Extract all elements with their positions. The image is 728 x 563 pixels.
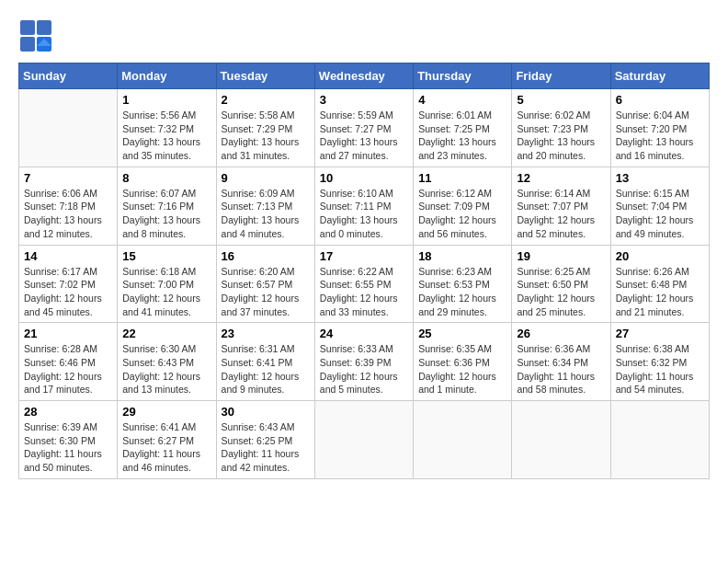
day-info: Sunrise: 6:35 AM Sunset: 6:36 PM Dayligh… — [418, 342, 506, 396]
day-number: 1 — [122, 93, 210, 107]
day-number: 3 — [320, 93, 408, 107]
day-cell: 11Sunrise: 6:12 AM Sunset: 7:09 PM Dayli… — [414, 167, 512, 245]
day-cell: 26Sunrise: 6:36 AM Sunset: 6:34 PM Dayli… — [512, 323, 610, 401]
day-info: Sunrise: 6:31 AM Sunset: 6:41 PM Dayligh… — [222, 342, 310, 396]
page-header — [18, 18, 710, 53]
day-number: 7 — [24, 171, 112, 185]
day-number: 21 — [24, 327, 112, 340]
day-cell: 9Sunrise: 6:09 AM Sunset: 7:13 PM Daylig… — [216, 167, 314, 245]
day-number: 23 — [222, 327, 310, 340]
day-number: 15 — [122, 249, 210, 263]
day-cell: 16Sunrise: 6:20 AM Sunset: 6:57 PM Dayli… — [216, 245, 314, 323]
day-info: Sunrise: 5:59 AM Sunset: 7:27 PM Dayligh… — [320, 109, 408, 163]
day-number: 27 — [616, 327, 704, 340]
day-number: 6 — [616, 93, 704, 107]
week-row-3: 14Sunrise: 6:17 AM Sunset: 7:02 PM Dayli… — [19, 245, 710, 323]
day-info: Sunrise: 6:12 AM Sunset: 7:09 PM Dayligh… — [418, 187, 506, 241]
day-cell: 8Sunrise: 6:07 AM Sunset: 7:16 PM Daylig… — [118, 167, 216, 245]
day-number: 28 — [24, 405, 112, 419]
day-cell: 14Sunrise: 6:17 AM Sunset: 7:02 PM Dayli… — [19, 245, 118, 323]
day-cell: 2Sunrise: 5:58 AM Sunset: 7:29 PM Daylig… — [216, 89, 314, 167]
day-number: 8 — [122, 171, 210, 185]
week-row-5: 28Sunrise: 6:39 AM Sunset: 6:30 PM Dayli… — [19, 401, 710, 479]
day-cell: 24Sunrise: 6:33 AM Sunset: 6:39 PM Dayli… — [314, 323, 413, 401]
column-header-thursday: Thursday — [414, 63, 512, 89]
day-cell: 25Sunrise: 6:35 AM Sunset: 6:36 PM Dayli… — [414, 323, 512, 401]
day-info: Sunrise: 6:38 AM Sunset: 6:32 PM Dayligh… — [616, 342, 704, 396]
day-cell: 12Sunrise: 6:14 AM Sunset: 7:07 PM Dayli… — [512, 167, 610, 245]
day-info: Sunrise: 6:41 AM Sunset: 6:27 PM Dayligh… — [122, 420, 210, 475]
day-info: Sunrise: 6:23 AM Sunset: 6:53 PM Dayligh… — [418, 265, 506, 319]
day-cell: 27Sunrise: 6:38 AM Sunset: 6:32 PM Dayli… — [610, 323, 709, 401]
svg-rect-2 — [20, 37, 35, 52]
column-header-friday: Friday — [512, 63, 610, 89]
day-number: 29 — [122, 405, 210, 419]
day-number: 11 — [418, 171, 506, 185]
day-info: Sunrise: 6:33 AM Sunset: 6:39 PM Dayligh… — [320, 342, 408, 396]
day-info: Sunrise: 6:14 AM Sunset: 7:07 PM Dayligh… — [517, 187, 605, 241]
svg-rect-0 — [20, 20, 35, 35]
day-number: 30 — [222, 405, 310, 419]
day-cell: 15Sunrise: 6:18 AM Sunset: 7:00 PM Dayli… — [118, 245, 216, 323]
day-cell: 19Sunrise: 6:25 AM Sunset: 6:50 PM Dayli… — [512, 245, 610, 323]
day-number: 4 — [418, 93, 506, 107]
day-info: Sunrise: 6:09 AM Sunset: 7:13 PM Dayligh… — [222, 187, 310, 241]
day-number: 18 — [418, 249, 506, 263]
day-info: Sunrise: 6:18 AM Sunset: 7:00 PM Dayligh… — [122, 265, 210, 319]
day-number: 17 — [320, 249, 408, 263]
logo — [18, 18, 57, 53]
day-info: Sunrise: 6:02 AM Sunset: 7:23 PM Dayligh… — [517, 109, 605, 163]
column-header-wednesday: Wednesday — [314, 63, 413, 89]
day-number: 13 — [616, 171, 704, 185]
day-cell: 4Sunrise: 6:01 AM Sunset: 7:25 PM Daylig… — [414, 89, 512, 167]
day-info: Sunrise: 6:20 AM Sunset: 6:57 PM Dayligh… — [222, 265, 310, 319]
day-number: 20 — [616, 249, 704, 263]
day-info: Sunrise: 5:56 AM Sunset: 7:32 PM Dayligh… — [122, 109, 210, 163]
day-cell: 23Sunrise: 6:31 AM Sunset: 6:41 PM Dayli… — [216, 323, 314, 401]
column-header-tuesday: Tuesday — [216, 63, 314, 89]
day-number: 10 — [320, 171, 408, 185]
day-cell: 6Sunrise: 6:04 AM Sunset: 7:20 PM Daylig… — [610, 89, 709, 167]
day-cell: 22Sunrise: 6:30 AM Sunset: 6:43 PM Dayli… — [118, 323, 216, 401]
day-cell: 5Sunrise: 6:02 AM Sunset: 7:23 PM Daylig… — [512, 89, 610, 167]
day-number: 5 — [517, 93, 605, 107]
day-cell: 30Sunrise: 6:43 AM Sunset: 6:25 PM Dayli… — [216, 401, 314, 479]
day-cell — [414, 401, 512, 479]
day-number: 26 — [517, 327, 605, 340]
day-info: Sunrise: 6:26 AM Sunset: 6:48 PM Dayligh… — [616, 265, 704, 319]
day-number: 14 — [24, 249, 112, 263]
day-cell — [19, 89, 118, 167]
day-number: 9 — [222, 171, 310, 185]
day-number: 19 — [517, 249, 605, 263]
day-number: 2 — [222, 93, 310, 107]
day-cell: 1Sunrise: 5:56 AM Sunset: 7:32 PM Daylig… — [118, 89, 216, 167]
day-cell: 13Sunrise: 6:15 AM Sunset: 7:04 PM Dayli… — [610, 167, 709, 245]
svg-rect-1 — [37, 20, 51, 35]
day-cell: 29Sunrise: 6:41 AM Sunset: 6:27 PM Dayli… — [118, 401, 216, 479]
day-info: Sunrise: 6:17 AM Sunset: 7:02 PM Dayligh… — [24, 265, 112, 319]
week-row-2: 7Sunrise: 6:06 AM Sunset: 7:18 PM Daylig… — [19, 167, 710, 245]
day-cell: 3Sunrise: 5:59 AM Sunset: 7:27 PM Daylig… — [314, 89, 413, 167]
week-row-4: 21Sunrise: 6:28 AM Sunset: 6:46 PM Dayli… — [19, 323, 710, 401]
day-number: 24 — [320, 327, 408, 340]
week-row-1: 1Sunrise: 5:56 AM Sunset: 7:32 PM Daylig… — [19, 89, 710, 167]
day-cell: 18Sunrise: 6:23 AM Sunset: 6:53 PM Dayli… — [414, 245, 512, 323]
day-cell: 21Sunrise: 6:28 AM Sunset: 6:46 PM Dayli… — [19, 323, 118, 401]
day-number: 22 — [122, 327, 210, 340]
day-info: Sunrise: 6:06 AM Sunset: 7:18 PM Dayligh… — [24, 187, 112, 241]
day-cell — [610, 401, 709, 479]
day-cell — [314, 401, 413, 479]
day-cell: 17Sunrise: 6:22 AM Sunset: 6:55 PM Dayli… — [314, 245, 413, 323]
day-info: Sunrise: 6:04 AM Sunset: 7:20 PM Dayligh… — [616, 109, 704, 163]
day-number: 16 — [222, 249, 310, 263]
calendar-header-row: SundayMondayTuesdayWednesdayThursdayFrid… — [19, 63, 710, 89]
day-info: Sunrise: 6:15 AM Sunset: 7:04 PM Dayligh… — [616, 187, 704, 241]
day-info: Sunrise: 6:36 AM Sunset: 6:34 PM Dayligh… — [517, 342, 605, 396]
column-header-monday: Monday — [118, 63, 216, 89]
day-cell: 28Sunrise: 6:39 AM Sunset: 6:30 PM Dayli… — [19, 401, 118, 479]
column-header-sunday: Sunday — [19, 63, 118, 89]
day-info: Sunrise: 6:43 AM Sunset: 6:25 PM Dayligh… — [222, 420, 310, 475]
column-header-saturday: Saturday — [610, 63, 709, 89]
day-info: Sunrise: 6:28 AM Sunset: 6:46 PM Dayligh… — [24, 342, 112, 396]
logo-icon — [18, 18, 53, 53]
